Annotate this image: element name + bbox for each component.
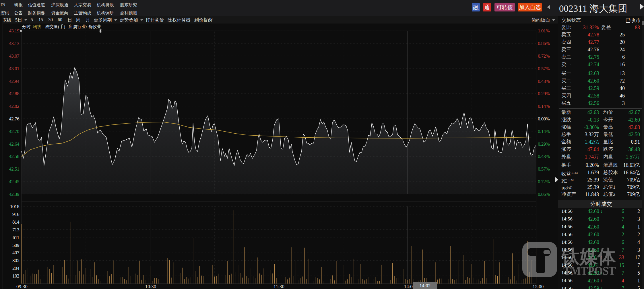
menu-item-股东研究[interactable]: 股东研究 xyxy=(120,2,137,8)
arrow-down-icon: ↓ xyxy=(600,208,603,215)
tick-row[interactable]: 14:5642.60↑41 xyxy=(558,277,644,284)
intraday-chart[interactable]: 43.1943.1343.0743.0142.9442.8842.8242.76… xyxy=(3,16,557,289)
detail-row[interactable]: 涨跌-0.13今开42.60 xyxy=(558,116,644,124)
detail-label: 换手 xyxy=(561,161,571,169)
trade-status-label: 交易状态 xyxy=(561,17,581,24)
detail-label: 涨幅 xyxy=(561,124,571,131)
pct-axis-label: 0.72% xyxy=(538,54,550,58)
detail-row[interactable]: 收益TTM1.679总股本16.64亿 xyxy=(558,169,644,176)
bid-row-2[interactable]: 买二42.6072 xyxy=(558,77,644,85)
menu-item-机构调研[interactable]: 机构调研 xyxy=(97,10,114,16)
detail-value: 25.39 xyxy=(574,183,599,191)
badge-通[interactable]: 通 xyxy=(483,3,491,11)
weibi-row[interactable]: 委比31.32%委差83 xyxy=(558,24,644,31)
menu-item-公告[interactable]: 公告 xyxy=(14,10,23,16)
badge-可转债[interactable]: 可转债 xyxy=(494,3,515,11)
panel-scrollbar[interactable] xyxy=(642,16,644,289)
detail-row[interactable]: 总手3.32万最低42.50 xyxy=(558,131,644,138)
legend-所属行业: 畜牧业[interactable]: 所属行业: 畜牧业 xyxy=(69,24,101,30)
tick-row[interactable]: 14:5642.6022 xyxy=(558,231,644,238)
detail-label: 今开 xyxy=(603,116,613,124)
ask-row-5[interactable]: 卖五42.7825 xyxy=(558,31,644,38)
detail-value: 3.32万 xyxy=(574,131,599,138)
bid-row-1[interactable]: 买一42.6313 xyxy=(558,70,644,77)
detail-row[interactable]: 最新42.63均价42.67 xyxy=(558,109,644,116)
detail-row[interactable]: PETTM25.39流值709亿 xyxy=(558,176,644,183)
tick-price: 42.60 xyxy=(575,231,599,238)
menu-item-资讯[interactable]: 资讯 xyxy=(1,10,9,16)
ask-row-3[interactable]: 卖三42.7624 xyxy=(558,46,644,53)
menu-item-大宗交易[interactable]: 大宗交易 xyxy=(74,2,91,8)
legend-成交量(手)[interactable]: 成交量(手) xyxy=(45,24,65,30)
tick-row[interactable]: 14:5642.6064 xyxy=(558,239,644,246)
detail-value: 1.57万 xyxy=(616,153,640,161)
menu-item-沪深股通[interactable]: 沪深股通 xyxy=(51,2,68,8)
detail-row[interactable]: 涨幅-0.30%最高43.03 xyxy=(558,124,644,131)
quote-panel: 交易状态已收市委比31.32%委差83卖五42.7825卖四42.7720卖三4… xyxy=(558,16,644,289)
prev-stock-icon[interactable] xyxy=(547,5,550,9)
arrow-up-icon: ↑ xyxy=(600,277,603,284)
tick-row[interactable]: 14:5642.60↓62 xyxy=(558,208,644,215)
badge-加入自选[interactable]: 加入自选 xyxy=(518,3,542,11)
tick-time: 14:56 xyxy=(561,223,573,231)
stock-terminal-window: F9研报估值通道沪深股通大宗交易机构持股股东研究 资讯公告财务摘要资金流向主营构… xyxy=(0,0,644,289)
menu-item-研报[interactable]: 研报 xyxy=(14,2,23,8)
menu-item-主营构成[interactable]: 主营构成 xyxy=(74,10,91,16)
ask-row-1[interactable]: 卖一42.7416 xyxy=(558,61,644,68)
weibi-value: 31.32% xyxy=(574,24,599,31)
bid-row-4[interactable]: 买四42.5846 xyxy=(558,92,644,99)
menu-item-机构持股[interactable]: 机构持股 xyxy=(97,2,114,8)
detail-row[interactable]: 换手0.20%流通股16.63亿 xyxy=(558,161,644,169)
tick-row[interactable]: 14:5642.59↓75 xyxy=(558,285,644,289)
bid-size: 46 xyxy=(601,92,625,99)
tick-count: 7 xyxy=(626,261,640,269)
panel-collapse-icon[interactable] xyxy=(555,177,558,182)
menu-item-资金流向[interactable]: 资金流向 xyxy=(51,10,68,16)
ask-price: 42.74 xyxy=(575,61,599,68)
chart-canvas[interactable] xyxy=(3,16,557,289)
tick-volume: 7 xyxy=(606,269,624,277)
detail-row[interactable]: PE(动)25.39总值1709亿 xyxy=(558,183,644,191)
tick-row[interactable]: 14:5642.61157 xyxy=(558,261,644,269)
tick-volume: 7 xyxy=(606,285,624,289)
legend-分时[interactable]: 分时 xyxy=(22,24,31,30)
menu-item-盈利预测[interactable]: 盈利预测 xyxy=(120,10,137,16)
scrollbar-thumb[interactable] xyxy=(642,21,644,25)
tick-time: 14:56 xyxy=(561,231,573,238)
tick-price: 42.60 xyxy=(575,277,599,284)
bid-row-3[interactable]: 买三42.5940 xyxy=(558,85,644,92)
tick-time: 14:56 xyxy=(561,285,573,289)
menu-item-估值通道[interactable]: 估值通道 xyxy=(28,2,45,8)
detail-value: 25.39 xyxy=(574,176,599,183)
trade-status-row[interactable]: 交易状态已收市 xyxy=(558,17,644,24)
menu-item-财务摘要[interactable]: 财务摘要 xyxy=(28,10,45,16)
tick-row[interactable]: 14:5642.6041 xyxy=(558,223,644,231)
tick-row[interactable]: 14:5642.61↑3317 xyxy=(558,254,644,261)
detail-row[interactable]: 涨停47.04跌停38.48 xyxy=(558,146,644,153)
menu-item-F9[interactable]: F9 xyxy=(1,2,5,8)
badge-融[interactable]: 融 xyxy=(472,3,480,11)
tick-price: 42.61 xyxy=(575,254,599,261)
volume-axis-label: 916 xyxy=(3,212,19,217)
tick-row[interactable]: 14:5642.6073 xyxy=(558,246,644,254)
sup-label: TTM xyxy=(567,178,574,181)
ask-row-4[interactable]: 卖四42.7720 xyxy=(558,38,644,46)
time-axis-label: 09:30 xyxy=(16,284,28,289)
detail-row[interactable]: 外盘1.74万内盘1.57万 xyxy=(558,153,644,161)
detail-row[interactable]: 金额1.42亿量比0.91 xyxy=(558,138,644,146)
pct-axis-label: 0.29% xyxy=(538,91,550,96)
legend-均线[interactable]: 均线 xyxy=(33,24,41,30)
detail-value: 709亿 xyxy=(616,191,640,198)
tick-price: 42.59 xyxy=(575,269,599,277)
detail-row[interactable]: 净资产11.848总值2709亿 xyxy=(558,191,644,198)
ask-row-2[interactable]: 卖二42.756 xyxy=(558,53,644,61)
bid-row-5[interactable]: 买五42.563 xyxy=(558,99,644,107)
detail-value: 42.67 xyxy=(616,109,640,116)
star-marker-icon xyxy=(20,30,22,32)
tick-count: 4 xyxy=(626,239,640,246)
tick-row[interactable]: 14:5642.6073 xyxy=(558,215,644,223)
detail-value: 42.50 xyxy=(616,131,640,138)
tick-row[interactable]: 14:5642.59↓75 xyxy=(558,269,644,277)
detail-label: 总手 xyxy=(561,131,571,138)
next-stock-icon[interactable] xyxy=(640,4,644,9)
